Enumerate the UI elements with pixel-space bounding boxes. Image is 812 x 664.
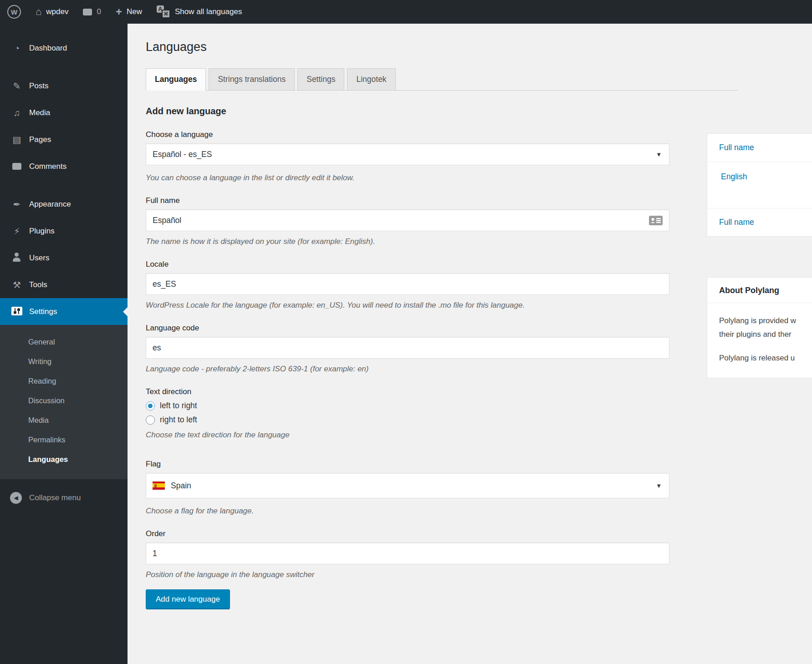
comments-count: 0 (97, 7, 101, 16)
sidebar-item-appearance[interactable]: ✒ Appearance (0, 191, 128, 218)
collapse-menu-button[interactable]: ◀ Collapse menu (0, 487, 128, 509)
language-code-input[interactable]: es (146, 337, 669, 359)
about-text-line: their plugins and ther (719, 328, 812, 341)
sidebar-item-dashboard[interactable]: ◔ Dashboard (0, 35, 128, 61)
choose-language-select[interactable]: Español - es_ES ▼ (146, 143, 669, 165)
sidebar-item-label: Media (29, 108, 50, 117)
languages-table-footer: Full name (707, 208, 812, 236)
settings-submenu: General Writing Reading Discussion Media… (0, 325, 128, 479)
sidebar-item-label: Comments (29, 162, 66, 171)
new-content-menu[interactable]: + New (108, 0, 149, 24)
radio-checked-icon (146, 401, 155, 411)
user-icon (11, 253, 23, 263)
choose-language-label: Choose a language (146, 130, 738, 139)
add-language-heading: Add new language (146, 106, 738, 117)
submenu-item-general[interactable]: General (0, 332, 128, 352)
order-help: Position of the language in the language… (146, 570, 738, 579)
submenu-item-writing[interactable]: Writing (0, 352, 128, 371)
order-input[interactable]: 1 (146, 542, 669, 564)
submenu-item-reading[interactable]: Reading (0, 371, 128, 391)
brush-icon: ✒ (11, 200, 23, 209)
flag-value: Spain (171, 481, 191, 491)
about-polylang-body: Polylang is provided w their plugins and… (707, 303, 812, 378)
locale-value: es_ES (153, 279, 176, 289)
sidebar-item-label: Posts (29, 81, 49, 91)
sidebar-item-label: Settings (29, 307, 57, 316)
about-text-line: Polylang is released u (719, 351, 812, 365)
comments-menu[interactable]: 0 (76, 0, 108, 24)
flag-select[interactable]: Spain ▼ (146, 473, 669, 498)
main-content: Languages Languages Strings translations… (128, 24, 738, 609)
sidebar-item-tools[interactable]: ⚒ Tools (0, 271, 128, 298)
sidebar-item-label: Plugins (29, 227, 55, 236)
choose-language-value: Español - es_ES (153, 150, 212, 159)
collapse-menu-label: Collapse menu (29, 493, 81, 502)
locale-input[interactable]: es_ES (146, 273, 669, 295)
new-label: New (127, 7, 142, 16)
admin-sidebar: ◔ Dashboard ✎ Posts ♫ Media ▤ Pages Comm… (0, 24, 128, 664)
comment-bubble-icon (83, 9, 92, 15)
radio-unchecked-icon (146, 416, 155, 425)
sidebar-item-label: Users (29, 253, 49, 263)
full-name-help: The name is how it is displayed on your … (146, 237, 738, 246)
add-new-language-button[interactable]: Add new language (146, 589, 230, 609)
sidebar-item-plugins[interactable]: ⚡ Plugins (0, 218, 128, 244)
tab-strings-translations[interactable]: Strings translations (209, 68, 295, 90)
text-direction-help: Choose the text direction for the langua… (146, 431, 738, 440)
english-language-link[interactable]: English (721, 172, 747, 181)
language-code-help: Language code - preferably 2-letters ISO… (146, 365, 738, 374)
tab-bar: Languages Strings translations Settings … (146, 67, 738, 91)
sidebar-item-media[interactable]: ♫ Media (0, 99, 128, 126)
chevron-down-icon: ▼ (656, 151, 662, 158)
wordpress-logo-icon: W (7, 5, 21, 19)
chevron-down-icon: ▼ (656, 482, 662, 489)
sidebar-item-posts[interactable]: ✎ Posts (0, 72, 128, 99)
spain-flag-icon (153, 482, 165, 490)
text-direction-label: Text direction (146, 387, 738, 396)
radio-right-to-left[interactable]: right to left (146, 415, 738, 425)
language-row-english: English (707, 162, 812, 208)
sliders-icon (11, 307, 23, 317)
submenu-item-languages[interactable]: Languages (0, 450, 128, 469)
choose-language-help: You can choose a language in the list or… (146, 173, 738, 182)
home-icon: ⌂ (36, 7, 41, 17)
page-title: Languages (146, 40, 738, 54)
radio-left-to-right[interactable]: left to right (146, 401, 738, 411)
sidebar-item-users[interactable]: Users (0, 244, 128, 271)
collapse-arrow-icon: ◀ (10, 492, 22, 504)
tab-lingotek[interactable]: Lingotek (347, 68, 395, 90)
sidebar-item-label: Pages (29, 135, 51, 144)
sidebar-item-comments[interactable]: Comments (0, 153, 128, 180)
locale-help: WordPress Locale for the language (for e… (146, 301, 738, 310)
radio-rtl-label: right to left (160, 415, 197, 425)
sidebar-item-label: Appearance (29, 200, 71, 209)
media-icon: ♫ (11, 108, 23, 117)
languages-table: Full name English Full name (707, 133, 812, 237)
tab-settings[interactable]: Settings (297, 68, 344, 90)
sidebar-item-pages[interactable]: ▤ Pages (0, 126, 128, 153)
wrench-icon: ⚒ (11, 280, 23, 289)
full-name-column-link[interactable]: Full name (719, 143, 754, 152)
order-label: Order (146, 529, 738, 538)
wordpress-logo-menu[interactable]: W (0, 0, 28, 24)
pages-icon: ▤ (11, 135, 23, 144)
site-name-menu[interactable]: ⌂ wpdev (28, 0, 76, 24)
sidebar-item-settings[interactable]: Settings (0, 298, 128, 325)
tab-languages[interactable]: Languages (146, 68, 206, 91)
contact-card-icon (649, 216, 663, 228)
translation-icon: A Ж (157, 5, 170, 18)
full-name-input[interactable]: Español (146, 209, 669, 231)
flag-help: Choose a flag for the language. (146, 507, 738, 516)
full-name-column-link[interactable]: Full name (719, 218, 754, 227)
order-value: 1 (153, 549, 157, 558)
show-all-languages-label: Show all languages (175, 7, 242, 16)
submenu-item-media[interactable]: Media (0, 411, 128, 430)
plug-icon: ⚡ (11, 227, 23, 236)
submenu-item-discussion[interactable]: Discussion (0, 391, 128, 411)
language-code-value: es (153, 343, 161, 353)
show-all-languages-menu[interactable]: A Ж Show all languages (149, 0, 249, 24)
submenu-item-permalinks[interactable]: Permalinks (0, 430, 128, 450)
admin-bar: W ⌂ wpdev 0 + New A Ж Show all languages (0, 0, 812, 24)
flag-label: Flag (146, 460, 738, 469)
language-code-label: Language code (146, 324, 738, 333)
